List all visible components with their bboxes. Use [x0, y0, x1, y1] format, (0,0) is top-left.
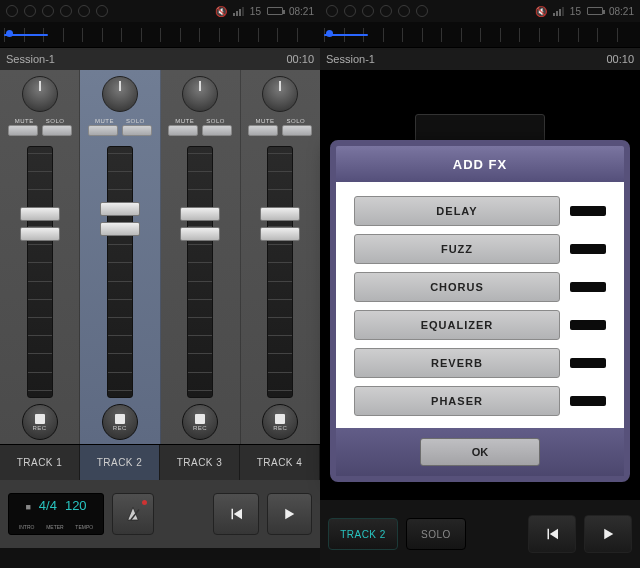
- add-fx-modal: ADD FX DELAYFUZZCHORUSEQUALIZERREVERBPHA…: [330, 140, 630, 482]
- fx-option-equalizer[interactable]: EQUALIZER: [354, 310, 560, 340]
- battery-icon: [267, 7, 283, 15]
- fader-handle[interactable]: [260, 207, 300, 241]
- fader-track[interactable]: [267, 146, 293, 398]
- channel-track-1[interactable]: MUTESOLOREC: [0, 70, 80, 444]
- fx-row: CHORUS: [354, 272, 606, 302]
- speaker-off-icon: 🔇: [535, 6, 547, 17]
- rewind-button[interactable]: [528, 515, 576, 553]
- app-icon: [78, 5, 90, 17]
- pan-knob[interactable]: [182, 76, 218, 112]
- clock: 08:21: [609, 6, 634, 17]
- channel-track-3[interactable]: MUTESOLOREC: [161, 70, 241, 444]
- app-icon: [60, 5, 72, 17]
- fx-option-delay[interactable]: DELAY: [354, 196, 560, 226]
- legend-intro: INTRO: [19, 524, 35, 530]
- fx-list: DELAYFUZZCHORUSEQUALIZERREVERBPHASER: [336, 182, 624, 428]
- play-button[interactable]: [584, 515, 632, 553]
- status-bar: 🔇 15 08:21: [320, 0, 640, 22]
- pan-knob[interactable]: [22, 76, 58, 112]
- fader-handle[interactable]: [20, 207, 60, 241]
- mixer-screen: 🔇 15 08:21 Session-1 00:10 MUTESOLORECMU…: [0, 0, 320, 568]
- track-tab-4[interactable]: TRACK 4: [240, 445, 320, 480]
- playhead-icon[interactable]: [326, 30, 333, 37]
- fader-track[interactable]: [187, 146, 213, 398]
- mute-button[interactable]: [248, 125, 278, 136]
- solo-label: SOLO: [126, 118, 145, 124]
- fx-modal-screen: 🔇 15 08:21 Session-1 00:10 ADD FX DELAYF…: [320, 0, 640, 568]
- solo-label: SOLO: [206, 118, 225, 124]
- timeline-strip[interactable]: [320, 22, 640, 48]
- session-time: 00:10: [606, 53, 634, 65]
- signal-icon: [233, 7, 244, 16]
- record-button[interactable]: REC: [262, 404, 298, 440]
- fader-handle[interactable]: [180, 207, 220, 241]
- solo-button[interactable]: [282, 125, 312, 136]
- mute-button[interactable]: [168, 125, 198, 136]
- ok-button[interactable]: OK: [420, 438, 540, 466]
- stop-icon: [115, 414, 125, 424]
- rewind-button[interactable]: [213, 493, 258, 535]
- solo-button[interactable]: [202, 125, 232, 136]
- rec-label: REC: [33, 425, 47, 431]
- drag-handle-icon[interactable]: [570, 206, 606, 216]
- fx-option-phaser[interactable]: PHASER: [354, 386, 560, 416]
- pan-knob[interactable]: [262, 76, 298, 112]
- play-button[interactable]: [267, 493, 312, 535]
- channel-track-4[interactable]: MUTESOLOREC: [241, 70, 320, 444]
- record-button[interactable]: REC: [182, 404, 218, 440]
- track-tab-2[interactable]: TRACK 2: [80, 445, 160, 480]
- playhead-icon[interactable]: [6, 30, 13, 37]
- record-button[interactable]: REC: [102, 404, 138, 440]
- pan-knob[interactable]: [102, 76, 138, 112]
- app-icon: [362, 5, 374, 17]
- fader-handle[interactable]: [100, 202, 140, 236]
- app-icon: [380, 5, 392, 17]
- fx-row: DELAY: [354, 196, 606, 226]
- fx-option-reverb[interactable]: REVERB: [354, 348, 560, 378]
- fx-option-chorus[interactable]: CHORUS: [354, 272, 560, 302]
- metronome-button[interactable]: [112, 493, 154, 535]
- app-icon: [398, 5, 410, 17]
- track-tab-3[interactable]: TRACK 3: [160, 445, 240, 480]
- battery-pct: 15: [570, 6, 581, 17]
- fx-option-fuzz[interactable]: FUZZ: [354, 234, 560, 264]
- app-icon: [326, 5, 338, 17]
- solo-button[interactable]: [122, 125, 152, 136]
- track-tab-1[interactable]: TRACK 1: [0, 445, 80, 480]
- play-icon: [280, 505, 298, 523]
- drag-handle-icon[interactable]: [570, 358, 606, 368]
- fx-row: REVERB: [354, 348, 606, 378]
- app-icon: [24, 5, 36, 17]
- session-time: 00:10: [286, 53, 314, 65]
- fx-row: PHASER: [354, 386, 606, 416]
- speaker-off-icon: 🔇: [215, 6, 227, 17]
- timeline-strip[interactable]: [0, 22, 320, 48]
- active-track-button[interactable]: TRACK 2: [328, 518, 398, 550]
- drag-handle-icon[interactable]: [570, 282, 606, 292]
- fader-track[interactable]: [27, 146, 53, 398]
- session-name: Session-1: [326, 53, 375, 65]
- rec-label: REC: [193, 425, 207, 431]
- app-icon: [416, 5, 428, 17]
- legend-tempo: TEMPO: [75, 524, 93, 530]
- solo-label: SOLO: [46, 118, 65, 124]
- mute-button[interactable]: [88, 125, 118, 136]
- drag-handle-icon[interactable]: [570, 320, 606, 330]
- tempo-value: 120: [65, 498, 87, 513]
- battery-icon: [587, 7, 603, 15]
- solo-button[interactable]: SOLO: [406, 518, 466, 550]
- fader-track[interactable]: [107, 146, 133, 398]
- record-button[interactable]: REC: [22, 404, 58, 440]
- session-bar: Session-1 00:10: [0, 48, 320, 70]
- transport-bar: ■ 4/4 120 INTRO METER TEMPO: [0, 480, 320, 548]
- mute-label: MUTE: [95, 118, 114, 124]
- meter-display[interactable]: ■ 4/4 120 INTRO METER TEMPO: [8, 493, 104, 535]
- channel-track-2[interactable]: MUTESOLOREC: [80, 70, 160, 444]
- drag-handle-icon[interactable]: [570, 244, 606, 254]
- stop-icon: [195, 414, 205, 424]
- solo-button[interactable]: [42, 125, 72, 136]
- mute-button[interactable]: [8, 125, 38, 136]
- stop-icon: [35, 414, 45, 424]
- drag-handle-icon[interactable]: [570, 396, 606, 406]
- mixer-panel: MUTESOLORECMUTESOLORECMUTESOLORECMUTESOL…: [0, 70, 320, 480]
